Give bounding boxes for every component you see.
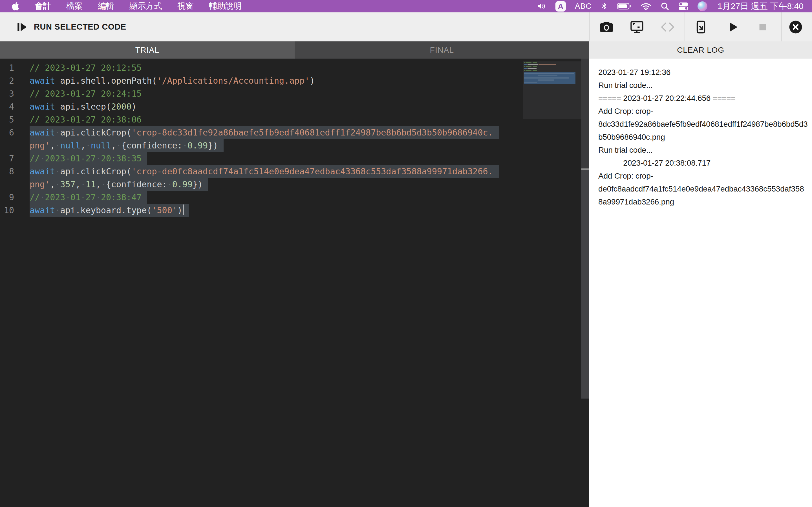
minimap-viewport bbox=[523, 61, 581, 119]
menu-bar-clock[interactable]: 1月27日 週五 下午8:40 bbox=[718, 1, 804, 12]
run-selected-label: RUN SELECTED CODE bbox=[34, 22, 126, 32]
replay-crop-button[interactable] bbox=[691, 12, 711, 41]
line-number: 9 bbox=[0, 191, 14, 204]
control-center-icon[interactable] bbox=[678, 0, 689, 12]
volume-icon[interactable] bbox=[536, 0, 546, 12]
screen-capture-icon bbox=[629, 19, 645, 35]
wifi-icon[interactable] bbox=[641, 0, 651, 12]
code-row: 1// 2023-01-27 20:12:55 bbox=[0, 61, 589, 74]
code-row: 6await·api.clickCrop('crop-8dc33d1fe92a8… bbox=[0, 126, 589, 139]
menu-item-1[interactable]: 檔案 bbox=[59, 0, 90, 12]
app-toolbar: RUN SELECTED CODE bbox=[0, 12, 812, 41]
line-number: 4 bbox=[0, 100, 14, 113]
apple-menu[interactable] bbox=[10, 0, 27, 12]
log-line: Add Crop: crop-de0fc8aadcdf74a1fc514e0e9… bbox=[598, 170, 808, 209]
code-icon bbox=[660, 19, 675, 35]
code-text-selected: //·2023-01-27·20:38:47 bbox=[30, 191, 147, 204]
text-cursor bbox=[183, 205, 184, 215]
menu-item-5[interactable]: 輔助說明 bbox=[201, 0, 249, 12]
editor-scrollbar[interactable] bbox=[581, 59, 589, 399]
camera-icon bbox=[599, 19, 614, 35]
scrollbar-track bbox=[581, 59, 589, 168]
toolbar-divider bbox=[781, 12, 781, 41]
clear-log-button[interactable]: CLEAR LOG bbox=[589, 41, 812, 59]
screenshot-camera-button[interactable] bbox=[597, 12, 616, 41]
play-icon bbox=[726, 20, 740, 34]
menu-item-3[interactable]: 顯示方式 bbox=[122, 0, 170, 12]
code-row: 5// 2023-01-27 20:38:06 bbox=[0, 113, 589, 126]
replay-icon bbox=[693, 19, 709, 35]
log-line: ===== 2023-01-27 20:38:08.717 ===== bbox=[598, 157, 808, 170]
menu-item-2[interactable]: 編輯 bbox=[90, 0, 122, 12]
minimap[interactable] bbox=[523, 59, 581, 137]
toolbar-divider bbox=[684, 12, 685, 41]
run-button[interactable] bbox=[723, 12, 743, 41]
line-number: 10 bbox=[0, 204, 14, 217]
input-badge: A bbox=[555, 1, 566, 11]
code-text: // 2023-01-27 20:38:06 bbox=[30, 113, 142, 126]
line-number: 6 bbox=[0, 126, 14, 139]
spotlight-search-icon[interactable] bbox=[660, 0, 669, 12]
code-text-selected: png',·357,·11,·{confidence:·0.99}) bbox=[30, 178, 208, 191]
input-source-icon[interactable]: A bbox=[555, 0, 566, 12]
code-row: 2await api.shell.openPath('/Applications… bbox=[0, 74, 589, 87]
screen-capture-button[interactable] bbox=[627, 12, 647, 41]
log-panel: CLEAR LOG 2023-01-27 19:12:36Run trial c… bbox=[589, 41, 812, 507]
editor-tab-bar: TRIAL FINAL bbox=[0, 41, 589, 59]
line-number: 7 bbox=[0, 152, 14, 165]
line-number: 1 bbox=[0, 61, 14, 74]
line-number: 8 bbox=[0, 165, 14, 178]
code-row: png',·null,·null,·{confidence:·0.99}) bbox=[0, 139, 589, 152]
close-button[interactable] bbox=[786, 12, 806, 41]
code-row: 4await api.sleep(2000) bbox=[0, 100, 589, 113]
siri-orb bbox=[698, 1, 707, 11]
code-row: png',·357,·11,·{confidence:·0.99}) bbox=[0, 178, 589, 191]
log-output: 2023-01-27 19:12:36Run trial code...====… bbox=[589, 59, 812, 209]
bluetooth-icon[interactable] bbox=[601, 0, 608, 12]
stop-button[interactable] bbox=[753, 12, 772, 41]
code-text-selected: await·api.clickCrop('crop-8dc33d1fe92a86… bbox=[30, 126, 499, 139]
menu-item-4[interactable]: 視窗 bbox=[170, 0, 201, 12]
close-icon bbox=[788, 19, 803, 35]
code-row: 10await·api.keyboard.type('500') bbox=[0, 204, 589, 217]
code-row: 3// 2023-01-27 20:24:15 bbox=[0, 87, 589, 100]
log-line: 2023-01-27 19:12:36 bbox=[598, 66, 808, 79]
line-number: 2 bbox=[0, 74, 14, 87]
code-row: 7//·2023-01-27·20:38:35 bbox=[0, 152, 589, 165]
code-text-selected: await·api.clickCrop('crop-de0fc8aadcdf74… bbox=[30, 165, 499, 178]
code-text-selected: png',·null,·null,·{confidence:·0.99}) bbox=[30, 139, 223, 152]
code-text: await api.shell.openPath('/Applications/… bbox=[30, 74, 315, 87]
toolbar-divider bbox=[589, 12, 590, 41]
code-row: 9//·2023-01-27·20:38:47 bbox=[0, 191, 589, 204]
battery-icon[interactable] bbox=[617, 0, 631, 12]
line-number: 5 bbox=[0, 113, 14, 126]
siri-icon[interactable] bbox=[698, 0, 707, 12]
code-editor[interactable]: 1// 2023-01-27 20:12:552await api.shell.… bbox=[0, 59, 589, 507]
apple-icon bbox=[11, 1, 20, 11]
run-selected-code-button[interactable]: RUN SELECTED CODE bbox=[16, 12, 126, 41]
menu-item-0[interactable]: 會計 bbox=[27, 0, 59, 12]
log-line: Add Crop: crop-8dc33d1fe92a86baefe5fb9ed… bbox=[598, 105, 808, 144]
log-line: Run trial code... bbox=[598, 144, 808, 157]
log-line: Run trial code... bbox=[598, 79, 808, 92]
code-row: 8await·api.clickCrop('crop-de0fc8aadcdf7… bbox=[0, 165, 589, 178]
code-button[interactable] bbox=[658, 12, 677, 41]
stop-icon bbox=[756, 20, 770, 34]
code-text: // 2023-01-27 20:24:15 bbox=[30, 87, 142, 100]
tab-trial[interactable]: TRIAL bbox=[0, 41, 295, 59]
input-method-label[interactable]: ABC bbox=[575, 2, 592, 11]
log-line: ===== 2023-01-27 20:22:44.656 ===== bbox=[598, 92, 808, 105]
tab-final[interactable]: FINAL bbox=[295, 41, 589, 59]
macos-menu-bar: 會計檔案編輯顯示方式視窗輔助說明 A ABC 1月27日 週五 下午8:40 bbox=[0, 0, 812, 12]
minimap-selection bbox=[524, 72, 575, 84]
code-text: // 2023-01-27 20:12:55 bbox=[30, 61, 142, 74]
code-text-selected: await·api.keyboard.type('500') bbox=[30, 204, 189, 217]
run-selected-icon bbox=[16, 21, 28, 33]
code-rows: 1// 2023-01-27 20:12:552await api.shell.… bbox=[0, 61, 589, 217]
scrollbar-thumb bbox=[581, 170, 589, 399]
code-text: await api.sleep(2000) bbox=[30, 100, 137, 113]
line-number: 3 bbox=[0, 87, 14, 100]
code-text-selected: //·2023-01-27·20:38:35 bbox=[30, 152, 147, 165]
